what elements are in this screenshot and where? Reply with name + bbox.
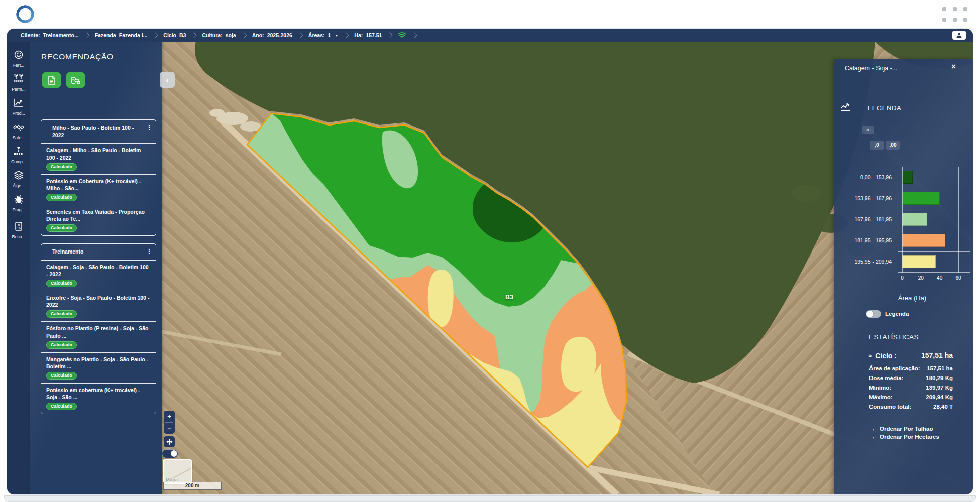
legend-bar <box>902 213 927 226</box>
layer-toggle[interactable] <box>162 449 178 458</box>
breadcrumb-item[interactable]: Cultura:soja <box>202 32 236 38</box>
sidebar-item-perm[interactable]: Perm... <box>7 71 30 95</box>
wifi-icon <box>398 32 406 39</box>
sidebar-item-comp[interactable]: Comp... <box>7 143 30 167</box>
soil-compaction-icon <box>13 146 24 158</box>
breadcrumb-item[interactable]: Cliente:Treinamento... <box>21 32 79 38</box>
breadcrumb-label: Cultura: <box>202 32 222 38</box>
stat-row: «Ciclo :157,51 ha <box>869 351 953 363</box>
breadcrumb-item[interactable]: Ha:157.51 <box>354 32 382 38</box>
chevrons-up-icon[interactable]: « <box>867 354 874 357</box>
pan-mode-button[interactable] <box>164 436 175 447</box>
decrease-decimal-button[interactable]: ,0 <box>870 141 884 150</box>
basemap-switcher[interactable]: Mapa <box>163 459 192 484</box>
sidebar-item-lge[interactable]: Álge... <box>7 167 30 191</box>
zoom-in-button[interactable]: + <box>164 411 175 422</box>
sort-link[interactable]: →Ordenar Por Talhão <box>869 425 939 433</box>
pdf-file-icon <box>47 76 56 85</box>
stat-row: Máximo:209,94 Kg <box>869 394 953 404</box>
x-tick-label: 60 <box>951 275 966 281</box>
breadcrumb-value: 157.51 <box>366 32 382 38</box>
recommendation-panel: RECOMENDAÇÃO Milho - S <box>30 42 162 494</box>
recommendation-item[interactable]: Enxofre - Soja - São Paulo - Boletim 100… <box>41 291 156 322</box>
legend-collapse-button[interactable]: « <box>862 126 874 134</box>
recommendation-item[interactable]: Sementes em Taxa Variada - Proporção Dir… <box>41 205 156 235</box>
group-header-title: Treinamento <box>48 248 146 256</box>
breadcrumb-item[interactable]: Áreas:1▼ <box>308 32 338 38</box>
arrow-right-icon: → <box>869 433 875 440</box>
sidebar-item-reco[interactable]: NPKReco... <box>7 218 30 242</box>
toggle-knob <box>171 450 177 457</box>
breadcrumb-value: B3 <box>179 32 186 38</box>
sidebar-item-label: Reco... <box>12 234 26 239</box>
stat-value: 209,94 Kg <box>926 394 953 400</box>
export-pdf-button[interactable] <box>42 72 61 88</box>
recommendation-item[interactable]: Potássio em cobertura (K+ trocável) - So… <box>41 384 156 414</box>
fertilizer-spreader-icon <box>13 50 24 62</box>
breadcrumb-item[interactable]: FazendaFazenda I... <box>95 32 148 38</box>
legend-bar <box>902 234 945 247</box>
legend-chart-row: 153,96 - 167,96 <box>834 188 973 209</box>
breadcrumb: Cliente:Treinamento...FazendaFazenda I..… <box>21 32 422 39</box>
legend-range-label: 195,95 - 209,94 <box>834 251 896 272</box>
kebab-menu-icon[interactable]: ⋮ <box>146 248 152 255</box>
caret-down-icon: ▼ <box>335 34 338 37</box>
sidebar-item-prod[interactable]: Prod... <box>7 95 30 119</box>
sort-link-label: Ordenar Por Hectares <box>880 434 939 440</box>
kebab-menu-icon[interactable]: ⋮ <box>146 124 152 131</box>
group-header[interactable]: Treinamento⋮ <box>41 244 156 260</box>
recommendation-item[interactable]: Fósforo no Plantio (P resina) - Soja - S… <box>41 322 156 352</box>
x-tick-label: 40 <box>932 275 947 281</box>
toggle-knob <box>866 311 873 317</box>
sidebar-item-prag[interactable]: Prag... <box>7 191 30 215</box>
recommendation-item[interactable]: Potássio em Cobertura (K+ trocável) - Mi… <box>41 175 156 205</box>
breadcrumb-separator-icon <box>297 32 303 38</box>
chart-x-label: Área (Ha) <box>864 294 960 302</box>
svg-text:K: K <box>19 226 21 229</box>
breadcrumb-item[interactable]: CicloB3 <box>163 32 186 38</box>
breadcrumb-value: soja <box>226 32 236 38</box>
brand-logo-icon <box>14 3 36 25</box>
chart-icon <box>840 102 851 114</box>
increase-decimal-button[interactable]: ,00 <box>886 141 900 150</box>
sort-link[interactable]: →Ordenar Por Hectares <box>869 433 939 441</box>
recommendation-item[interactable]: Calagem - Milho - São Paulo - Boletim 10… <box>41 144 156 174</box>
sidebar-item-fert[interactable]: Fert... <box>7 47 30 71</box>
sidebar-item-sate[interactable]: Sate... <box>7 119 30 143</box>
status-badge: Calculado <box>46 341 77 349</box>
zoom-out-button[interactable]: − <box>164 423 175 434</box>
legend-chart-row: 195,95 - 209,94 <box>834 251 973 272</box>
window-bottom-bar <box>4 495 976 502</box>
stat-value: 157,51 ha <box>927 365 953 371</box>
breadcrumb-separator-icon <box>84 32 89 38</box>
recommendation-group: Treinamento⋮Calagem - Soja - São Paulo -… <box>41 243 156 414</box>
gridline-horizontal <box>898 230 970 230</box>
gridline-vertical <box>958 167 959 273</box>
stat-value: 157,51 ha <box>921 351 953 359</box>
group-header[interactable]: Milho - São Paulo - Boletim 100 - 2022⋮ <box>41 120 156 144</box>
legend-chart-row: 0,00 - 153,96 <box>834 167 973 188</box>
recommendation-item[interactable]: Manganês no Plantio - Soja - São Paulo -… <box>41 353 156 384</box>
close-icon[interactable]: × <box>951 63 956 71</box>
panel-collapse-button[interactable]: ‹ <box>160 72 175 88</box>
recommendation-group: Milho - São Paulo - Boletim 100 - 2022⋮C… <box>41 119 156 236</box>
status-badge: Calculado <box>46 372 77 380</box>
user-profile-button[interactable] <box>952 31 966 40</box>
legend-toggle[interactable] <box>866 310 881 318</box>
map-zoom-control: + − <box>164 411 175 434</box>
sidebar-item-label: Perm... <box>12 87 25 92</box>
stat-row: Dose média:180,29 Kg <box>869 375 953 385</box>
recommendation-item[interactable]: Calagem - Soja - São Paulo - Boletim 100… <box>41 261 156 291</box>
minimap-label: Mapa <box>166 477 178 482</box>
send-to-machine-button[interactable] <box>66 72 85 88</box>
stat-label: Consumo total: <box>869 404 911 410</box>
stat-row: Consumo total:28,40 T <box>869 404 953 413</box>
apps-grid-icon[interactable] <box>942 7 976 25</box>
breadcrumb-item[interactable]: Ano:2025-2026 <box>252 32 292 38</box>
breadcrumb-value: Fazenda I... <box>119 32 148 38</box>
stat-label-text: Dose média: <box>869 375 903 381</box>
breadcrumb-separator-icon <box>344 32 349 38</box>
recommendation-groups: Milho - São Paulo - Boletim 100 - 2022⋮C… <box>30 119 162 414</box>
legend-range-label: 0,00 - 153,96 <box>834 167 896 188</box>
gridline-vertical <box>940 167 940 273</box>
